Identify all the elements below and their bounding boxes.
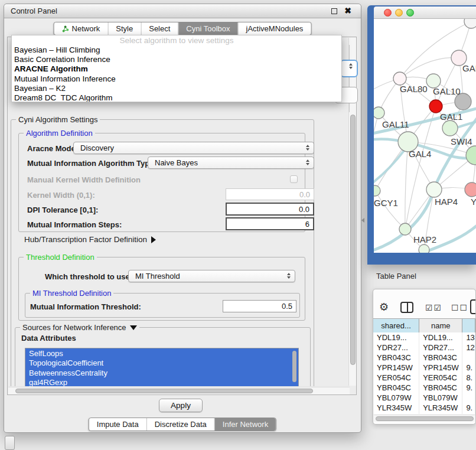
table-cell[interactable]: YBR043C	[419, 353, 462, 363]
mi-algorithm-type-combobox[interactable]: Naive Bayes	[148, 156, 314, 169]
tab-select[interactable]: Select	[141, 22, 178, 35]
table-row[interactable]: YPR145WYPR145W9.	[373, 363, 475, 373]
network-node[interactable]	[399, 223, 411, 235]
select-all-rows-icon[interactable]: ☑☑	[425, 303, 442, 312]
data-attribute-item[interactable]: TopologicalCoefficient	[25, 358, 298, 369]
table-cell[interactable]: YLR345W	[373, 403, 419, 413]
table-cell[interactable]: YDL19...	[419, 332, 462, 343]
network-edge-highlighted[interactable]	[374, 113, 476, 252]
sources-title[interactable]: Sources for Network Inference	[20, 323, 139, 332]
table-cell[interactable]: YER054C	[419, 373, 462, 383]
table-cell[interactable]: 12	[462, 343, 475, 353]
table-row[interactable]: YBL079WYBL079W	[373, 393, 475, 403]
algorithm-menu-item-basic-correlation-inference[interactable]: Basic Correlation Inference	[12, 55, 341, 64]
table-cell[interactable]: YIL053C	[419, 413, 462, 414]
zoom-window-icon[interactable]	[406, 9, 414, 17]
network-node[interactable]	[429, 100, 442, 113]
which-threshold-combobox[interactable]: MI Threshold	[128, 270, 295, 282]
minimize-window-icon[interactable]	[395, 9, 403, 17]
tab-infer-network[interactable]: Infer Network	[214, 418, 276, 431]
table-cell[interactable]: 9.	[462, 403, 475, 413]
control-panel-titlebar[interactable]: Control Panel ✖	[4, 4, 361, 18]
network-window-titlebar[interactable]	[374, 6, 476, 19]
network-node[interactable]	[374, 107, 384, 119]
algorithm-menu-item-dream8-dc-tdc-algorithm[interactable]: Dream8 DC_TDC Algorithm	[12, 93, 341, 102]
table-row[interactable]: YER054CYER054C8.	[373, 373, 475, 383]
table-cell[interactable]	[462, 393, 475, 403]
network-node[interactable]	[374, 185, 380, 196]
table-cell[interactable]: YBR043C	[373, 353, 419, 363]
network-node[interactable]	[426, 182, 442, 197]
table-horizontal-scrollbar[interactable]	[374, 415, 476, 422]
mi-steps-input[interactable]: 6	[226, 217, 314, 230]
column-header-partial[interactable]	[462, 319, 475, 333]
table-cell[interactable]: YBL079W	[373, 393, 419, 403]
collapsed-panel-button[interactable]	[5, 436, 15, 450]
table-cell[interactable]: YPR145W	[419, 363, 462, 373]
float-panel-icon[interactable]	[331, 8, 337, 14]
network-canvas[interactable]: GALGAL80GAL10GAL1GAL11SWI4GAL4GCY1HAP4YH…	[374, 19, 476, 253]
tab-cyni-toolbox[interactable]: Cyni Toolbox	[178, 22, 237, 35]
network-graph[interactable]: GALGAL80GAL10GAL1GAL11SWI4GAL4GCY1HAP4YH…	[374, 19, 476, 253]
network-node[interactable]	[465, 182, 476, 197]
panel-divider-handle[interactable]	[361, 218, 364, 223]
tab-style[interactable]: Style	[107, 22, 141, 35]
column-visibility-icon[interactable]	[400, 302, 413, 313]
table-cell[interactable]: YLR345W	[419, 403, 462, 413]
network-edge-highlighted[interactable]	[374, 145, 408, 185]
close-panel-icon[interactable]: ✖	[344, 6, 351, 15]
table-cell[interactable]: YDR27...	[419, 343, 462, 353]
hub-definition-toggle[interactable]: Hub/Transcription Factor Definition	[24, 235, 156, 244]
data-attribute-item[interactable]: BetweennessCentrality	[25, 368, 298, 378]
table-cell[interactable]	[462, 353, 475, 363]
table-cell[interactable]: YPR145W	[373, 363, 419, 373]
algorithm-menu-item-mutual-information-inference[interactable]: Mutual Information Inference	[12, 74, 341, 84]
table-cell[interactable]: YBR045C	[373, 383, 419, 393]
network-node[interactable]	[393, 72, 406, 85]
table-row[interactable]: YBR045CYBR045C9.	[373, 383, 475, 393]
table-row[interactable]: YDL19...YDL19...13	[373, 332, 475, 343]
data-attribute-item[interactable]: gal4RGexp	[25, 378, 298, 387]
network-node[interactable]	[464, 19, 476, 28]
table-cell[interactable]: 13	[462, 332, 475, 343]
table-function-icon[interactable]	[470, 299, 476, 314]
dpi-tolerance-input[interactable]: 0.0	[226, 203, 314, 216]
data-attributes-list[interactable]: SelfLoopsTopologicalCoefficientBetweenne…	[25, 348, 299, 386]
tab-network[interactable]: Network	[54, 22, 108, 35]
table-cell[interactable]: YER054C	[373, 373, 419, 383]
table-cell[interactable]: YBL079W	[419, 393, 462, 403]
horizontal-scrollbar-thumb[interactable]	[15, 389, 313, 393]
table-cell[interactable]: 8.	[462, 413, 475, 414]
table-cell[interactable]: YIL053C	[373, 413, 419, 414]
table-row[interactable]: YLR345WYLR345W9.	[373, 403, 475, 413]
table-cell[interactable]: YDR27...	[373, 343, 419, 353]
table-cell[interactable]: YDL19...	[373, 332, 419, 343]
algorithm-menu-item-bayesian-hill-climbing[interactable]: Bayesian – Hill Climbing	[12, 45, 341, 55]
network-edge[interactable]	[375, 191, 405, 229]
column-header-name[interactable]: name	[419, 319, 462, 333]
column-header-shared[interactable]: shared...	[373, 319, 419, 333]
tab-jactivemnodules[interactable]: jActiveMNodules	[238, 22, 311, 35]
table-scrollbar-thumb[interactable]	[376, 416, 474, 421]
list-scrollbar-thumb[interactable]	[292, 351, 296, 382]
settings-horizontal-scrollbar[interactable]	[8, 387, 350, 394]
table-cell[interactable]: YBR045C	[419, 383, 462, 393]
table-settings-gear-icon[interactable]: ⚙	[379, 301, 389, 314]
vertical-scrollbar-thumb[interactable]	[350, 115, 356, 365]
tab-discretize-data[interactable]: Discretize Data	[146, 418, 214, 431]
table-cell[interactable]: 9.	[462, 363, 475, 373]
close-window-icon[interactable]	[384, 9, 392, 17]
manual-kernel-width-checkbox[interactable]	[290, 175, 298, 183]
kernel-width-input[interactable]: 0.0	[226, 188, 314, 200]
aracne-mode-combobox[interactable]: Discovery	[73, 142, 314, 154]
mi-threshold-input[interactable]: 0.5	[223, 300, 296, 312]
algorithm-menu-item-bayesian-k2[interactable]: Bayesian – K2	[12, 84, 341, 93]
table-row[interactable]: YIL053CYIL053C8.	[373, 413, 475, 414]
table-cell[interactable]: 8.	[462, 373, 475, 383]
tab-impute-data[interactable]: Impute Data	[89, 418, 146, 431]
network-node[interactable]	[442, 120, 458, 136]
algorithm-menu-item-aracne-algorithm[interactable]: ARACNE Algorithm	[12, 64, 341, 74]
table-row[interactable]: YBR043CYBR043C	[373, 353, 475, 363]
network-node[interactable]	[419, 244, 429, 253]
apply-button[interactable]: Apply	[159, 399, 203, 412]
